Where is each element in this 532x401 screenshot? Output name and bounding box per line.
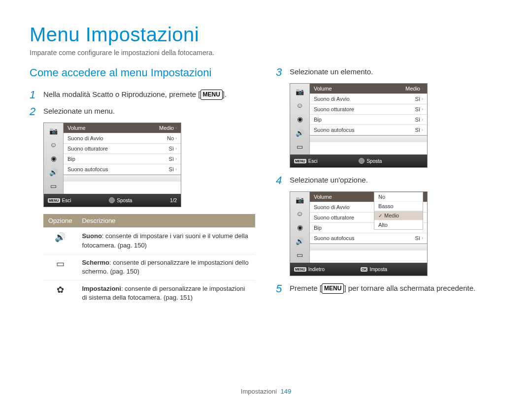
option-row-sound: 🔊 Suono: consente di impostare i vari su… [43,228,255,254]
footer-page-number: 149 [280,388,291,395]
chevron-right-icon: › [422,117,423,122]
step-5: 5 Premete [MENU] per tornare alla scherm… [276,283,502,295]
menu-button-label: MENU [200,90,223,100]
menu-chip: MENU [294,159,306,163]
row-value-text: Sì [415,106,420,112]
option-popup: No Basso Medio Alto [374,192,423,230]
sound-icon: 🔊 [48,167,59,177]
step-text: Selezionate un elemento. [290,66,373,77]
page-indicator: 1/2 [170,198,177,203]
option-row-display: ▭ Schermo: consente di personalizzare le… [43,254,255,280]
row-value-text: No [167,135,174,141]
chevron-right-icon: › [422,236,423,241]
screen-footer: MENUEsci Sposta [290,154,427,167]
page-footer: Impostazioni 149 [0,388,532,395]
foot-move-label: Sposta [117,198,132,203]
step-number: 1 [30,89,43,101]
popup-item: Basso [374,202,423,211]
camera-icon: 📷 [295,87,305,96]
menu-button-label: MENU [322,283,344,294]
row-value: Sì› [415,127,423,133]
row-value: No› [167,135,177,141]
popup-item: No [374,192,423,202]
menu-chip: MENU [48,198,60,203]
row-label: Suono autofocus [314,235,355,241]
step-pre: Nella modalità Scatto o Riproduzione, pr… [43,90,200,98]
step-text: Selezionate un'opzione. [290,175,368,185]
options-col-option: Opzione [43,214,77,228]
camera-icon: 📷 [48,126,59,136]
sound-icon: 🔊 [295,128,305,138]
row-label: Volume [314,194,332,200]
chevron-right-icon: › [175,156,177,161]
camera-screen-step2: 📷 ☺ ◉ 🔊 ▭ Volume Medio› Suono di Avvio N… [43,123,181,207]
row-label: Suono di Avvio [314,96,350,102]
display-icon: ▭ [43,254,77,280]
list-row: Suono di Avvio Sì› [310,94,427,104]
chevron-right-icon: › [175,167,177,172]
page-subtitle: Imparate come configurare le impostazion… [30,49,502,57]
row-value: Medio› [405,86,423,92]
row-value-text: Sì [169,166,174,172]
camera-screen-step3: 📷 ☺ ◉ 🔊 ▭ Volume Medio› Suono di Avvio S… [290,83,428,168]
option-desc: Schermo: consente di personalizzare le i… [77,254,255,280]
list-row: Suono otturatore Sì› [310,104,427,115]
menu-chip: MENU [294,267,306,272]
row-label: Suono otturatore [67,146,108,152]
screen-footer: MENUIndietro OKImposta [290,263,427,276]
step-post: ]. [223,90,227,98]
step-number: 3 [276,66,290,78]
chevron-right-icon: › [422,86,423,91]
face-icon: ☺ [295,209,305,218]
list-row: Suono autofocus Sì› [64,164,181,175]
foot-exit-label: Esci [62,198,71,203]
foot-back-label: Indietro [308,267,325,272]
row-label: Suono otturatore [314,215,354,220]
record-icon: ◉ [48,154,59,163]
display-icon: ▭ [295,250,305,260]
chevron-right-icon: › [422,127,423,132]
list-row: Volume Medio› [64,123,181,133]
display-icon: ▭ [48,181,59,191]
row-label: Suono autofocus [314,127,355,133]
ok-chip: OK [361,267,368,272]
page-title: Menu Impostazioni [30,24,502,46]
row-label: Suono di Avvio [314,204,350,210]
row-value-text: Sì [169,156,174,162]
chevron-right-icon: › [175,146,177,151]
option-title: Schermo [82,259,109,266]
camera-screen-step4: 📷 ☺ ◉ 🔊 ▭ Volume Suono di Avvio Suono ot… [290,191,428,276]
row-value: Sì› [169,146,177,152]
row-value: Sì› [415,117,423,123]
popup-item-selected: Medio [374,211,423,220]
chevron-right-icon: › [175,125,177,130]
options-table: Opzione Descrizione 🔊 Suono: consente di… [43,214,255,306]
gear-icon: ✿ [43,280,77,307]
row-label: Volume [314,86,332,92]
step-text: Premete [MENU] per tornare alla schermat… [290,283,475,294]
list-row: Suono autofocus Sì› [310,125,427,135]
row-value-text: Sì [415,127,420,133]
screen-side-tabs: 📷 ☺ ◉ 🔊 ▭ [290,192,310,263]
record-icon: ◉ [295,114,305,124]
step-3: 3 Selezionate un elemento. [276,66,502,78]
section-heading: Come accedere al menu Impostazioni [30,66,256,79]
row-value: Sì› [415,96,423,102]
camera-icon: 📷 [295,195,305,205]
face-icon: ☺ [48,140,59,150]
row-value: Sì› [169,156,177,162]
sound-icon: 🔊 [295,236,305,246]
row-label: Suono di Avvio [67,135,103,141]
sound-icon: 🔊 [43,228,77,254]
step-4: 4 Selezionate un'opzione. [276,175,502,186]
row-value-text: Sì [169,146,174,152]
chevron-right-icon: › [422,107,423,112]
option-text: : consente di impostare i vari suoni e i… [82,232,248,248]
list-row: Bip Sì› [64,154,181,164]
display-icon: ▭ [295,142,305,152]
list-row: Volume Medio› [310,84,427,94]
list-row: Suono di Avvio No› [64,133,181,144]
step-number: 5 [276,283,290,295]
step-number: 4 [276,175,290,186]
row-value-text: Sì [415,235,420,241]
